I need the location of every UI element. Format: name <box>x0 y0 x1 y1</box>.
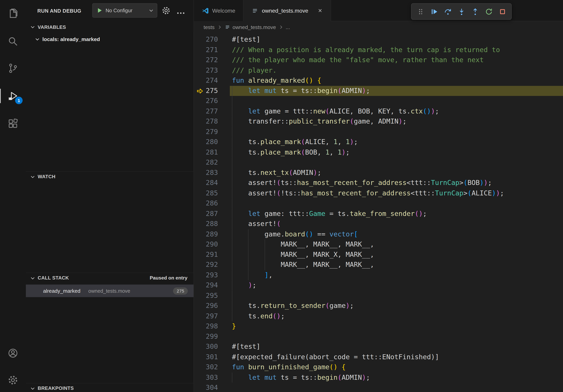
code-line-273[interactable]: 273/// player. <box>194 65 563 75</box>
code-line-284[interactable]: 284assert!(ts::has_most_recent_for_addre… <box>194 178 563 188</box>
code-text: fun already_marked() { <box>232 75 321 86</box>
code-editor[interactable]: 270#[test]271/// When a position is alre… <box>194 33 563 392</box>
breakpoints-section-header[interactable]: BREAKPOINTS <box>26 383 193 392</box>
explorer-icon[interactable] <box>0 4 26 23</box>
call-stack-section-header[interactable]: CALL STACK Paused on entry <box>26 273 193 283</box>
code-line-271[interactable]: 271/// When a position is already marked… <box>194 45 563 55</box>
code-line-285[interactable]: 285assert!(!ts::has_most_recent_for_addr… <box>194 188 563 198</box>
account-icon[interactable] <box>0 344 26 363</box>
code-line-301[interactable]: 301#[expected_failure(abort_code = ttt::… <box>194 352 563 362</box>
line-number: 274 <box>194 75 218 86</box>
step-into-icon[interactable] <box>456 5 467 18</box>
code-line-299[interactable]: 299 <box>194 331 563 342</box>
code-line-292[interactable]: 292MARK__, MARK__, MARK__, <box>194 260 563 270</box>
source-control-icon[interactable] <box>0 59 26 78</box>
search-icon[interactable] <box>0 32 26 51</box>
code-line-282[interactable]: 282 <box>194 157 563 168</box>
line-number: 302 <box>194 362 218 372</box>
code-line-286[interactable]: 286 <box>194 198 563 209</box>
debug-count-badge: 1 <box>15 97 23 104</box>
more-actions-icon[interactable] <box>177 9 185 16</box>
restart-icon[interactable] <box>483 5 494 18</box>
variables-scope-locals[interactable]: locals: already_marked <box>26 34 193 45</box>
line-number: 288 <box>194 219 218 229</box>
code-line-303[interactable]: 303let mut ts = ts::begin(ADMIN); <box>194 372 563 383</box>
code-line-276[interactable]: 276 <box>194 96 563 106</box>
code-line-294[interactable]: 294); <box>194 280 563 290</box>
indent-guide <box>232 127 248 137</box>
chevron-down-icon <box>35 37 40 42</box>
tab-welcome[interactable]: Welcome <box>194 0 244 21</box>
code-line-293[interactable]: 293], <box>194 270 563 280</box>
code-line-281[interactable]: 281ts.place_mark(BOB, 1, 1); <box>194 147 563 157</box>
code-line-300[interactable]: 300#[test] <box>194 342 563 352</box>
code-text: } <box>232 321 236 331</box>
indent-guide <box>232 188 248 198</box>
code-line-298[interactable]: 298} <box>194 321 563 331</box>
watch-header-label: WATCH <box>38 174 55 179</box>
code-text <box>232 198 248 209</box>
code-line-283[interactable]: 283ts.next_tx(ADMIN); <box>194 168 563 178</box>
code-line-295[interactable]: 295 <box>194 290 563 301</box>
config-label: No Configur <box>105 8 146 13</box>
code-line-270[interactable]: 270#[test] <box>194 35 563 45</box>
code-text: ts.next_tx(ADMIN); <box>232 168 321 178</box>
file-icon <box>224 24 230 30</box>
debug-config-dropdown[interactable]: No Configur <box>92 3 157 18</box>
code-text: MARK__, MARK_X, MARK__, <box>232 249 374 260</box>
code-text: /// player. <box>232 65 277 75</box>
line-number: 286 <box>194 198 218 209</box>
indent-guide <box>232 239 248 249</box>
indent-guide <box>232 178 248 188</box>
extensions-icon[interactable] <box>0 114 26 133</box>
debug-gear-icon[interactable] <box>162 6 171 17</box>
code-text: let mut ts = ts::begin(ADMIN); <box>232 372 370 383</box>
code-line-274[interactable]: 274fun already_marked() { <box>194 75 563 86</box>
close-icon[interactable] <box>317 8 322 13</box>
code-line-279[interactable]: 279 <box>194 127 563 137</box>
indent-guide <box>232 249 248 260</box>
code-line-277[interactable]: 277let game = ttt::new(ALICE, BOB, KEY, … <box>194 106 563 117</box>
continue-icon[interactable] <box>428 5 440 18</box>
watch-section-header[interactable]: WATCH <box>26 171 193 181</box>
code-line-272[interactable]: 272/// the player who made the "false" m… <box>194 55 563 65</box>
code-line-291[interactable]: 291MARK__, MARK_X, MARK__, <box>194 249 563 260</box>
call-stack-frame[interactable]: already_marked owned_tests.move 275 <box>26 285 193 297</box>
code-line-290[interactable]: 290MARK__, MARK__, MARK__, <box>194 239 563 249</box>
code-line-304[interactable]: 304 <box>194 383 563 392</box>
step-out-icon[interactable] <box>469 5 481 18</box>
stop-icon[interactable] <box>497 5 508 18</box>
start-debugging-icon[interactable] <box>96 7 103 14</box>
line-number: 297 <box>194 311 218 321</box>
tab-owned-tests-move[interactable]: owned_tests.move <box>244 0 331 21</box>
code-text: transfer::public_transfer(game, ADMIN); <box>232 117 407 127</box>
breadcrumb-item-symbol[interactable]: ... <box>286 24 290 30</box>
indent-guide <box>232 157 248 168</box>
indent-guide <box>232 137 248 147</box>
code-text: assert!(ts::has_most_recent_for_address<… <box>232 178 492 188</box>
code-line-297[interactable]: 297ts.end(); <box>194 311 563 321</box>
variables-section-header[interactable]: VARIABLES <box>26 22 193 32</box>
code-line-280[interactable]: 280ts.place_mark(ALICE, 1, 1); <box>194 137 563 147</box>
line-number: 276 <box>194 96 218 106</box>
code-line-289[interactable]: 289game.board() == vector[ <box>194 229 563 239</box>
step-over-icon[interactable] <box>442 5 454 18</box>
settings-gear-icon[interactable] <box>0 371 26 390</box>
code-line-287[interactable]: 287let game: ttt::Game = ts.take_from_se… <box>194 209 563 219</box>
run-and-debug-icon[interactable]: 1 <box>0 87 26 105</box>
code-line-296[interactable]: 296ts.return_to_sender(game); <box>194 301 563 311</box>
code-line-278[interactable]: 278transfer::public_transfer(game, ADMIN… <box>194 117 563 127</box>
code-line-288[interactable]: 288assert!( <box>194 219 563 229</box>
line-number: 301 <box>194 352 218 362</box>
breadcrumb-item-file[interactable]: owned_tests.move <box>232 24 276 30</box>
code-line-275[interactable]: 275let mut ts = ts::begin(ADMIN); <box>194 86 563 96</box>
code-line-302[interactable]: 302fun burn_unfinished_game() { <box>194 362 563 372</box>
line-number: 303 <box>194 372 218 383</box>
indent-guide <box>232 209 248 219</box>
code-text: let mut ts = ts::begin(ADMIN); <box>232 86 370 96</box>
breadcrumb-item-tests[interactable]: tests <box>204 24 215 30</box>
indent-guide <box>265 239 281 249</box>
toolbar-grip-icon[interactable] <box>415 5 426 18</box>
indent-guide <box>232 86 248 96</box>
line-number: 280 <box>194 137 218 147</box>
